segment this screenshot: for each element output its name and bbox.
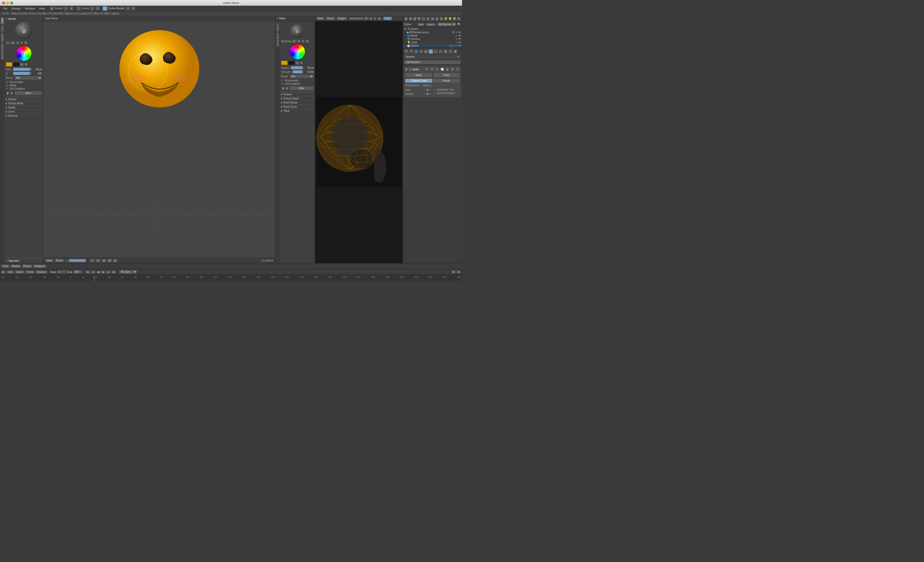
menu-help[interactable]: Help	[38, 6, 47, 10]
subdiv-cage-icon[interactable]: ⬜	[440, 67, 444, 72]
accumulate-checkbox[interactable]	[6, 81, 9, 84]
foreground-color-swatch[interactable]	[6, 62, 12, 67]
paint-color-wheel[interactable]	[290, 44, 305, 60]
paint-new-btn[interactable]: New	[290, 86, 314, 90]
add-modifier-btn[interactable]: Add Modifier	[404, 60, 461, 64]
paint-accumulate-checkbox[interactable]	[281, 79, 284, 82]
simple-btn[interactable]: Simple	[433, 79, 460, 83]
outliner-lamp[interactable]: 💡 Lamp 👁 📷	[403, 41, 462, 44]
props-icon-5[interactable]: ⬡	[422, 16, 426, 21]
playback-btn[interactable]: Playback	[33, 264, 46, 268]
subdiv-render-icon[interactable]: 📷	[424, 67, 429, 72]
view-btn-bottom[interactable]: View	[1, 264, 10, 268]
subdiv-down-icon[interactable]: ▼	[450, 67, 455, 72]
right-image-btn[interactable]: Image*	[336, 16, 348, 20]
viewport-ctrl-1[interactable]: ⬡	[90, 259, 95, 263]
prop-world-icon[interactable]: 🌐	[414, 49, 418, 54]
modifier-expand-btn[interactable]: ▼	[457, 55, 459, 58]
timeline-right-2[interactable]: ⊟	[456, 270, 461, 274]
paint-texture-mask-section[interactable]: ▶ Texture Mask	[281, 96, 314, 100]
props-icon-11[interactable]: 💡	[448, 16, 452, 21]
prop-render-icon[interactable]: 📷	[404, 49, 409, 54]
props-icon-7[interactable]: ⚙	[430, 16, 434, 21]
subdiv-eye-icon[interactable]: 👁	[429, 67, 434, 72]
texdraw-f-btn[interactable]: F	[297, 39, 301, 43]
search-btn[interactable]: Search	[426, 22, 436, 26]
play-back-btn[interactable]: ◀	[96, 270, 100, 274]
viewport-ctrl-5[interactable]: ⊛	[112, 259, 118, 263]
stroke-section[interactable]: ▶ Stroke	[6, 105, 42, 109]
timeline-ruler[interactable]: -50-40-30-20-10 01020304050 60708090100 …	[0, 275, 462, 281]
prop-modifier-icon[interactable]: 🔧	[429, 49, 433, 54]
props-icon-2[interactable]: 👁	[408, 16, 412, 21]
props-icon-12[interactable]: 📦	[453, 16, 457, 21]
view-subdiv-value[interactable]	[424, 88, 432, 92]
paint-mode-btn-right[interactable]: Paint	[383, 16, 392, 20]
texdraw-plus-btn[interactable]: +	[301, 39, 304, 43]
subdiv-up-icon[interactable]: ▲	[445, 67, 450, 72]
end-frame-input[interactable]	[74, 270, 82, 274]
blend-select[interactable]: Mix	[14, 76, 42, 80]
step-back-btn[interactable]: ⏴	[91, 270, 96, 274]
start-frame-input[interactable]	[57, 270, 66, 274]
timeline-playback-btn[interactable]: Playback	[35, 270, 47, 274]
optimal-display-checkbox[interactable]	[434, 92, 436, 94]
props-icon-1[interactable]: ⊞	[404, 16, 408, 21]
radius-slider[interactable]	[13, 67, 32, 71]
right-brush-btn[interactable]: Brush	[326, 16, 335, 20]
outliner-scene[interactable]: ▼ 🎬 Scene	[403, 27, 462, 31]
paint-tiling-section[interactable]: ▶ Tiling	[281, 109, 314, 113]
outliner-renderlayers[interactable]: ▶ 🎞 RenderLayers 📷 👁 📷	[403, 31, 462, 34]
catmull-clark-btn[interactable]: Catmull-Clark	[405, 79, 433, 83]
menu-render[interactable]: Render	[10, 6, 22, 10]
props-icon-4[interactable]: 🔍	[417, 16, 421, 21]
search-icon-btn[interactable]: 🔍	[458, 22, 461, 26]
outliner-sphere[interactable]: ⬤ Sphere 🔧 ⬡ 👁 📷	[403, 44, 462, 47]
scene-add-icon[interactable]: +	[90, 6, 94, 11]
close-button[interactable]	[2, 1, 5, 4]
props-icon-10[interactable]: 🔑	[444, 16, 448, 21]
texture-paint-mode-btn[interactable]: Texture Paint	[68, 259, 86, 263]
paint-stroke-section[interactable]: ▶ Paint Stroke	[281, 100, 314, 105]
add-brush-button[interactable]: +	[9, 91, 14, 95]
subdivide-uvs-checkbox[interactable]: ✓	[434, 88, 436, 91]
texture-mask-section[interactable]: ▶ Texture Mask	[6, 101, 42, 105]
cycles-add-icon[interactable]: +	[126, 6, 130, 11]
workspace-add-icon[interactable]: +	[64, 6, 68, 11]
paint-radius-slider[interactable]	[291, 66, 304, 70]
tex-num-right[interactable]	[363, 17, 369, 20]
brush-plus-btn[interactable]: +	[20, 41, 23, 45]
subdiv-close-icon[interactable]: ✕	[455, 67, 460, 72]
menu-file[interactable]: File	[1, 6, 9, 10]
paint-texture-section[interactable]: ▶ Texture	[281, 92, 314, 96]
texdraw-num[interactable]	[292, 40, 297, 43]
tab-slots[interactable]: Slots	[0, 25, 4, 32]
brush-btn-left[interactable]: Brush	[55, 259, 64, 263]
paint-blend-select[interactable]: Mix	[289, 74, 314, 79]
tex-f-btn-right[interactable]: F	[369, 17, 373, 20]
copy-btn[interactable]: Copy	[433, 73, 460, 78]
frame-btn[interactable]: Frame	[22, 264, 33, 268]
prop-material-icon[interactable]: ⬡	[438, 49, 443, 54]
cycles-icon[interactable]: ◎	[103, 6, 107, 11]
swap-colors-button[interactable]: ⇄	[20, 63, 24, 66]
play-btn[interactable]: ▶	[101, 270, 105, 274]
outliner-world[interactable]: 🌐 World 👁 📷	[403, 34, 462, 37]
menu-window[interactable]: Window	[23, 6, 37, 10]
prop-texture-icon[interactable]: ▨	[443, 49, 448, 54]
viewport-ctrl-2[interactable]: ◎	[95, 259, 101, 263]
tab-grease-pencil[interactable]: Grease Pencil	[0, 43, 4, 60]
prop-object-icon[interactable]: ▢	[418, 49, 423, 54]
maximize-button[interactable]	[10, 1, 13, 4]
timeline-frame-btn[interactable]: Frame	[25, 270, 34, 274]
paint-tab-gp[interactable]: Grease Pencil	[276, 33, 279, 47]
paint-bg-swatch[interactable]	[288, 61, 295, 65]
props-icon-13[interactable]: 🔧	[457, 16, 461, 21]
prop-particles-icon[interactable]: ✦	[448, 49, 453, 54]
prop-scene-icon[interactable]: 🎬	[409, 49, 414, 54]
outliner-camera[interactable]: 📷 Camera 👁 📷	[403, 37, 462, 41]
timeline-marker-btn[interactable]: Marker	[15, 270, 24, 274]
mode-icon[interactable]: ⊞	[50, 6, 54, 11]
sync-select[interactable]: No Sync	[119, 270, 137, 274]
new-brush-button[interactable]: New	[14, 91, 42, 95]
